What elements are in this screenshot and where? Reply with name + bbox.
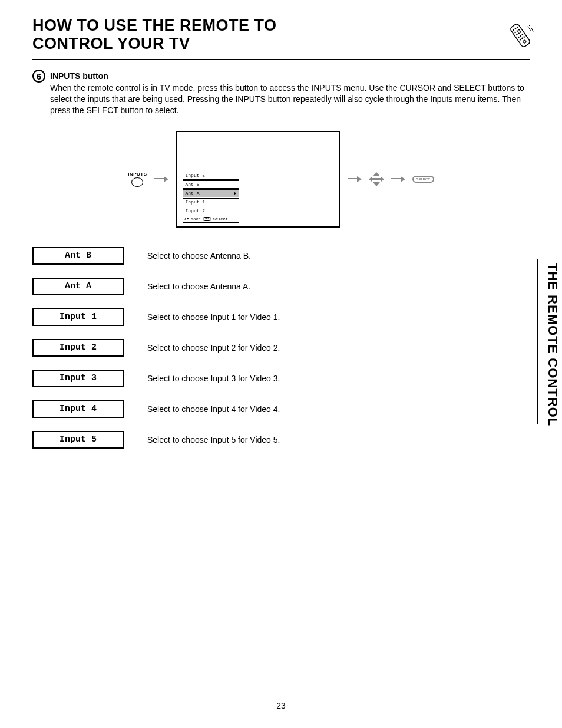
title-line-2: CONTROL YOUR TV (32, 35, 190, 52)
osd-item: Input 5 (183, 172, 239, 180)
input-label-box: Input 2 (32, 339, 124, 357)
input-description: Select to choose Input 1 for Video 1. (147, 312, 280, 322)
osd-item-label: Input 2 (186, 209, 206, 213)
svg-point-2 (514, 28, 517, 30)
inputs-row: Input 4Select to choose Input 4 for Vide… (32, 400, 530, 418)
osd-item: Ant B (183, 180, 239, 189)
osd-item-label: Ant A (186, 191, 200, 196)
input-description: Select to choose Input 4 for Video 4. (147, 404, 280, 414)
inputs-row: Input 5Select to choose Input 5 for Vide… (32, 431, 530, 449)
svg-point-14 (521, 37, 524, 39)
svg-point-13 (519, 38, 521, 41)
input-label-box: Input 1 (32, 308, 124, 326)
input-description: Select to choose Input 2 for Video 2. (147, 343, 280, 353)
inputs-remote-button: INPUTS (128, 172, 147, 187)
svg-point-10 (517, 36, 520, 38)
section-body-wrap: When the remote control is in TV mode, p… (50, 83, 530, 116)
section-heading: INPUTS button (50, 71, 108, 81)
triangle-right-icon (234, 192, 236, 195)
svg-point-3 (516, 26, 518, 28)
svg-point-4 (514, 31, 517, 34)
osd-item-label: Input 5 (186, 173, 206, 178)
side-tab-rule (537, 259, 538, 424)
svg-point-15 (523, 36, 525, 38)
input-label-box: Ant B (32, 247, 124, 265)
svg-point-1 (513, 29, 515, 31)
updown-arrows-icon: ▴▾ (184, 218, 189, 220)
tv-screen-mockup: Input 5Ant BAnt AInput 1Input 2▴▾MoveSEL… (176, 131, 340, 228)
svg-point-12 (521, 34, 524, 36)
input-description: Select to choose Antenna B. (147, 251, 251, 261)
sel-pill-icon: SEL (203, 217, 211, 221)
inputs-row: Input 2Select to choose Input 2 for Vide… (32, 339, 530, 357)
page-title: HOW TO USE THE REMOTE TO CONTROL YOUR TV (32, 17, 277, 53)
svg-point-5 (516, 30, 518, 32)
svg-point-8 (518, 32, 520, 35)
osd-item: Ant A (183, 189, 239, 197)
inputs-button-icon (131, 177, 143, 187)
title-line-1: HOW TO USE THE REMOTE TO (32, 17, 277, 34)
remote-control-icon (505, 20, 535, 53)
osd-hint-bar: ▴▾MoveSELSelect (183, 216, 239, 223)
inputs-button-label: INPUTS (128, 172, 147, 177)
arrow-icon (391, 176, 405, 182)
osd-item: Input 1 (183, 198, 239, 206)
inputs-description-list: Ant BSelect to choose Antenna B.Ant ASel… (32, 247, 530, 449)
input-description: Select to choose Input 3 for Video 3. (147, 374, 280, 383)
osd-item: Input 2 (183, 207, 239, 215)
arrow-icon (348, 176, 362, 182)
svg-point-6 (518, 29, 520, 31)
osd-hint-move: Move (191, 217, 201, 222)
inputs-diagram: INPUTS Input 5Ant BAnt AInput 1Input 2▴▾… (32, 129, 530, 229)
step-number: 6 (37, 71, 41, 81)
step-number-badge: 6 (32, 70, 45, 83)
inputs-row: Input 3Select to choose Input 3 for Vide… (32, 370, 530, 387)
inputs-row: Ant ASelect to choose Antenna A. (32, 278, 530, 295)
page-number: 23 (0, 701, 562, 710)
input-label-box: Input 4 (32, 400, 124, 418)
section-body: When the remote control is in TV mode, p… (50, 83, 524, 115)
osd-item-label: Ant B (186, 182, 200, 187)
inputs-row: Ant BSelect to choose Antenna B. (32, 247, 530, 265)
input-description: Select to choose Input 5 for Video 5. (147, 435, 280, 444)
side-tab-label: THE REMOTE CONTROL (545, 259, 562, 430)
select-button-icon: SELECT (412, 176, 434, 183)
arrow-icon (154, 176, 168, 182)
input-label-box: Input 5 (32, 431, 124, 449)
svg-point-11 (520, 35, 522, 37)
osd-hint-select: Select (213, 217, 228, 222)
input-label-box: Input 3 (32, 370, 124, 387)
cursor-pad-icon (369, 172, 384, 186)
osd-item-label: Input 1 (186, 200, 206, 205)
page: HOW TO USE THE REMOTE TO CONTROL YOUR TV (0, 0, 562, 728)
svg-point-7 (516, 34, 518, 36)
svg-point-16 (523, 39, 527, 44)
input-description: Select to choose Antenna A. (147, 282, 250, 291)
section-inputs-button: 6 INPUTS button (32, 71, 530, 83)
header-row: HOW TO USE THE REMOTE TO CONTROL YOUR TV (32, 17, 530, 53)
svg-point-9 (520, 31, 522, 34)
input-label-box: Ant A (32, 278, 124, 295)
header-rule (32, 59, 530, 60)
osd-menu: Input 5Ant BAnt AInput 1Input 2▴▾MoveSEL… (183, 171, 239, 223)
inputs-row: Input 1Select to choose Input 1 for Vide… (32, 308, 530, 326)
